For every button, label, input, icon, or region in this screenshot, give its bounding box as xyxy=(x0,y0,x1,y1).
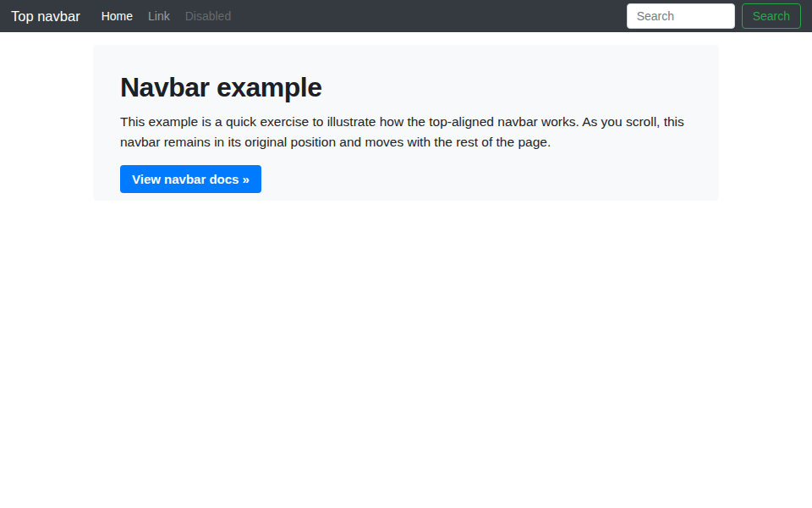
search-button[interactable]: Search xyxy=(742,3,801,29)
view-navbar-docs-button[interactable]: View navbar docs » xyxy=(120,165,261,193)
main-container: Navbar example This example is a quick e… xyxy=(93,45,719,201)
navbar-nav: Home Link Disabled xyxy=(94,8,239,24)
nav-item-home[interactable]: Home xyxy=(94,3,140,30)
jumbotron: Navbar example This example is a quick e… xyxy=(93,45,719,201)
top-navbar: Top navbar Home Link Disabled Search xyxy=(0,0,812,32)
search-form: Search xyxy=(627,3,801,29)
navbar-brand[interactable]: Top navbar xyxy=(11,8,80,25)
nav-item-link[interactable]: Link xyxy=(140,3,178,30)
search-input[interactable] xyxy=(627,3,735,29)
page-description: This example is a quick exercise to illu… xyxy=(120,112,692,152)
nav-item-disabled: Disabled xyxy=(178,3,239,30)
page-title: Navbar example xyxy=(120,72,692,103)
